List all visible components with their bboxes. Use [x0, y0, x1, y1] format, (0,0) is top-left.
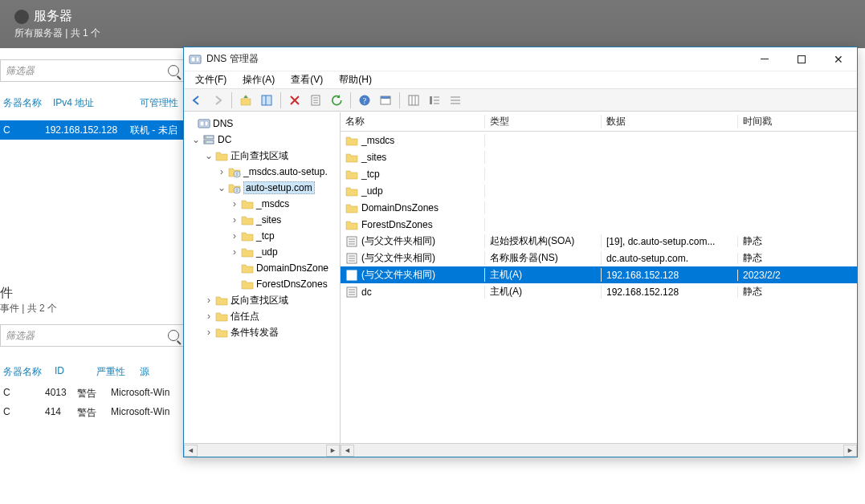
- expander-icon[interactable]: ⌄: [203, 150, 214, 161]
- ev-col-name[interactable]: 务器名称: [3, 365, 45, 379]
- folder-icon: [241, 230, 254, 242]
- menu-action[interactable]: 操作(A): [236, 71, 281, 88]
- toolbar-listview2[interactable]: [446, 91, 465, 109]
- server-row-selected[interactable]: C 192.168.152.128 联机 - 未启: [0, 120, 185, 140]
- toolbar-listview1[interactable]: [425, 91, 444, 109]
- tree-node-sites[interactable]: › _sites: [184, 212, 340, 228]
- menu-help[interactable]: 帮助(H): [333, 71, 378, 88]
- events-filter-input[interactable]: 筛选器: [0, 324, 185, 347]
- expander-icon[interactable]: ›: [203, 327, 214, 338]
- scroll-right-icon[interactable]: ►: [843, 445, 857, 457]
- tree-node-forestdnszones[interactable]: › ForestDnsZones: [184, 276, 340, 292]
- toolbar-refresh[interactable]: [327, 91, 346, 109]
- ev-col-sev[interactable]: 严重性: [96, 365, 130, 379]
- toolbar-panes[interactable]: [257, 91, 276, 109]
- minimize-button[interactable]: [746, 47, 783, 71]
- col-name[interactable]: 名称: [341, 115, 485, 128]
- expander-icon[interactable]: ›: [203, 311, 214, 322]
- tree-node-msdcs[interactable]: › _msdcs: [184, 196, 340, 212]
- refresh-icon: [330, 94, 343, 107]
- menu-bar: 文件(F) 操作(A) 查看(V) 帮助(H): [184, 71, 857, 89]
- maximize-button[interactable]: [783, 47, 820, 71]
- tree-node-tcp[interactable]: › _tcp: [184, 228, 340, 244]
- list-row[interactable]: _sites: [341, 148, 857, 165]
- toolbar-delete[interactable]: [285, 91, 304, 109]
- toolbar-forward[interactable]: [208, 91, 227, 109]
- folder-icon: [345, 185, 358, 197]
- expander-icon[interactable]: ›: [216, 166, 227, 177]
- list-row[interactable]: (与父文件夹相同)名称服务器(NS)dc.auto-setup.com.静态: [341, 250, 857, 266]
- tree-node-dc[interactable]: ⌄ DC: [184, 132, 340, 148]
- tree-node-auto-setup-zone[interactable]: ⌄ auto-setup.com: [184, 180, 340, 196]
- col-timestamp[interactable]: 时间戳: [738, 115, 857, 128]
- toolbar-properties[interactable]: [306, 91, 325, 109]
- record-icon: [345, 286, 358, 299]
- menu-view[interactable]: 查看(V): [284, 71, 329, 88]
- server-row-name: C: [0, 124, 45, 136]
- tree-node-trust-points[interactable]: › 信任点: [184, 308, 340, 324]
- tree-pane: ▾ DNS ⌄ DC ⌄ 正向查找区域 › _msdcs.: [184, 112, 341, 457]
- zone-icon: [228, 181, 241, 194]
- list-row[interactable]: _msdcs: [341, 132, 857, 148]
- tree-node-domaindnszones[interactable]: › DomainDnsZone: [184, 260, 340, 276]
- tree-horizontal-scrollbar[interactable]: ◄ ►: [184, 443, 340, 457]
- folder-icon: [345, 134, 358, 147]
- tree-node-dns-root[interactable]: ▾ DNS: [184, 116, 340, 132]
- list-row[interactable]: ForestDnsZones: [341, 216, 857, 233]
- scroll-right-icon[interactable]: ►: [326, 445, 340, 457]
- tree-node-reverse-zones[interactable]: › 反向查找区域: [184, 292, 340, 308]
- ev-col-src[interactable]: 源: [140, 365, 149, 379]
- folder-icon: [241, 262, 254, 274]
- col-ipv4[interactable]: IPv4 地址: [53, 96, 94, 110]
- server-filter-input[interactable]: 筛选器: [0, 59, 185, 82]
- list-row[interactable]: (与父文件夹相同)起始授权机构(SOA)[19], dc.auto-setup.…: [341, 233, 857, 250]
- expander-icon[interactable]: ›: [229, 230, 240, 242]
- list-row[interactable]: dc主机(A)192.168.152.128静态: [341, 283, 857, 300]
- server-row-ip: 192.168.152.128: [45, 124, 130, 136]
- toolbar-window[interactable]: [376, 91, 395, 109]
- events-section-subtitle: 事件 | 共 2 个: [0, 302, 57, 315]
- tree-node-conditional-forwarders[interactable]: › 条件转发器: [184, 324, 340, 340]
- menu-file[interactable]: 文件(F): [189, 71, 233, 88]
- list-row[interactable]: _udp: [341, 182, 857, 199]
- toolbar-help[interactable]: [355, 91, 374, 109]
- list-row[interactable]: (与父文件夹相同)主机(A)192.168.152.1282023/2/2: [341, 266, 857, 283]
- window-titlebar[interactable]: DNS 管理器 ✕: [184, 47, 857, 71]
- window-title: DNS 管理器: [206, 52, 746, 66]
- folder-icon: [215, 326, 228, 339]
- expander-icon[interactable]: ⌄: [216, 182, 227, 193]
- expander-icon[interactable]: ⌄: [190, 134, 202, 145]
- dns-tree: ▾ DNS ⌄ DC ⌄ 正向查找区域 › _msdcs.: [184, 112, 340, 443]
- folder-icon: [241, 246, 254, 258]
- scroll-left-icon[interactable]: ◄: [184, 445, 198, 457]
- close-button[interactable]: ✕: [820, 47, 857, 71]
- col-server-name[interactable]: 务器名称: [3, 96, 42, 110]
- scroll-left-icon[interactable]: ◄: [341, 445, 354, 457]
- ev-col-id[interactable]: ID: [55, 365, 87, 379]
- list-horizontal-scrollbar[interactable]: ◄ ►: [341, 443, 857, 457]
- toolbar-up[interactable]: [236, 91, 255, 109]
- up-folder-icon: [239, 94, 252, 107]
- tree-node-forward-zones[interactable]: ⌄ 正向查找区域: [184, 148, 340, 164]
- list-rows: _msdcs_sites_tcp_udpDomainDnsZonesForest…: [341, 132, 857, 443]
- col-data[interactable]: 数据: [602, 115, 738, 128]
- expander-icon[interactable]: ›: [229, 214, 240, 226]
- zone-icon: [228, 165, 241, 178]
- event-row[interactable]: C 4013 警告 Microsoft-Win: [0, 387, 169, 400]
- folder-icon: [241, 278, 254, 291]
- tree-node-msdcs-zone[interactable]: › _msdcs.auto-setup.: [184, 164, 340, 180]
- toolbar-back[interactable]: [187, 91, 206, 109]
- server-row-state: 联机 - 未启: [130, 124, 185, 137]
- listview-icon: [428, 94, 441, 107]
- expander-icon[interactable]: ›: [229, 198, 240, 209]
- col-manageability[interactable]: 可管理性: [140, 96, 178, 110]
- folder-icon: [345, 218, 358, 231]
- expander-icon[interactable]: ›: [203, 295, 214, 306]
- tree-node-udp[interactable]: › _udp: [184, 244, 340, 260]
- col-type[interactable]: 类型: [485, 115, 602, 128]
- toolbar-columns[interactable]: [404, 91, 423, 109]
- list-row[interactable]: _tcp: [341, 165, 857, 182]
- expander-icon[interactable]: ›: [229, 246, 240, 258]
- event-row[interactable]: C 414 警告 Microsoft-Win: [0, 406, 169, 420]
- list-row[interactable]: DomainDnsZones: [341, 199, 857, 216]
